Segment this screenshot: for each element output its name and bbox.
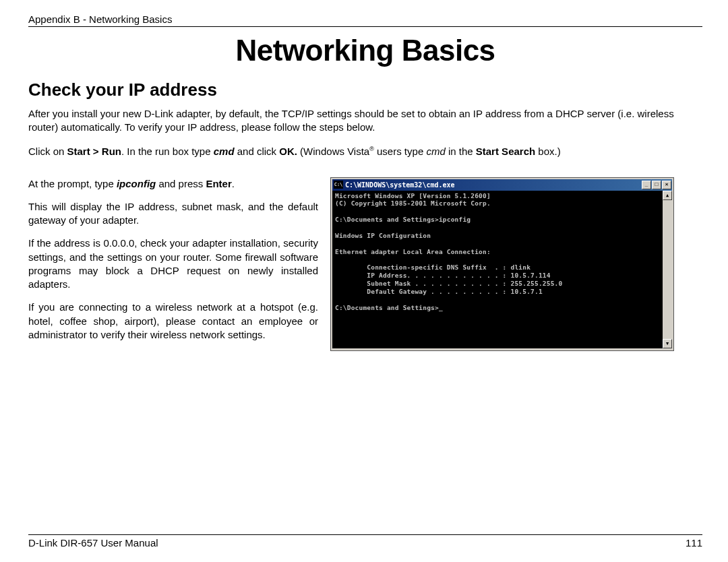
cmd-bold-italic: cmd (214, 146, 235, 157)
registered-mark: ® (369, 146, 374, 152)
text: box.) (535, 146, 561, 157)
cmd-scrollbar[interactable]: ▲ ▼ (663, 191, 672, 348)
text: . In the run box type (121, 146, 214, 157)
text: users type (374, 146, 427, 157)
intro-run-instruction: Click on Start > Run. In the run box typ… (28, 144, 702, 158)
ok-bold: OK. (279, 146, 297, 157)
start-run-bold: Start > Run (67, 146, 121, 157)
cmd-output: Microsoft Windows XP [Version 5.1.2600] … (332, 191, 663, 348)
text: Click on (28, 146, 67, 157)
close-button[interactable]: × (662, 181, 671, 189)
two-column-layout: At the prompt, type ipconfig and press E… (28, 177, 702, 352)
cmd-italic: cmd (426, 146, 445, 157)
text: At the prompt, type (28, 178, 117, 189)
left-column: At the prompt, type ipconfig and press E… (28, 177, 318, 352)
cmd-icon: C:\ (334, 181, 343, 189)
footer: D-Link DIR-657 User Manual 111 (28, 534, 702, 549)
header-appendix: Appendix B - Networking Basics (28, 13, 702, 27)
ipconfig-bold-italic: ipconfig (117, 178, 156, 189)
text: (Windows Vista (297, 146, 369, 157)
enter-bold: Enter (206, 178, 231, 189)
text: and click (235, 146, 280, 157)
text: . (232, 178, 235, 189)
maximize-button[interactable]: □ (652, 181, 661, 189)
zero-address-paragraph: If the address is 0.0.0.0, check your ad… (28, 237, 318, 291)
cmd-titlebar: C:\ C:\WINDOWS\system32\cmd.exe _ □ × (332, 179, 672, 191)
footer-manual-name: D-Link DIR-657 User Manual (28, 537, 158, 549)
text: and press (156, 178, 206, 189)
start-search-bold: Start Search (476, 146, 535, 157)
minimize-button[interactable]: _ (642, 181, 651, 189)
ipconfig-instruction: At the prompt, type ipconfig and press E… (28, 177, 318, 191)
cmd-window: C:\ C:\WINDOWS\system32\cmd.exe _ □ × Mi… (330, 177, 674, 352)
section-title: Check your IP address (28, 80, 702, 100)
cmd-window-title: C:\WINDOWS\system32\cmd.exe (345, 181, 642, 189)
window-buttons: _ □ × (642, 181, 671, 189)
display-paragraph: This will display the IP address, subnet… (28, 200, 318, 228)
page-title: Networking Basics (28, 34, 702, 67)
scroll-down-button[interactable]: ▼ (663, 339, 672, 348)
intro-paragraph-1: After you install your new D-Link adapte… (28, 107, 702, 135)
scroll-up-button[interactable]: ▲ (663, 191, 672, 200)
hotspot-paragraph: If you are connecting to a wireless netw… (28, 301, 318, 342)
footer-page-number: 111 (686, 537, 702, 549)
scroll-track[interactable] (663, 200, 672, 339)
intro-block: After you install your new D-Link adapte… (28, 107, 702, 168)
text: in the (446, 146, 476, 157)
cmd-body-wrap: Microsoft Windows XP [Version 5.1.2600] … (332, 191, 672, 348)
